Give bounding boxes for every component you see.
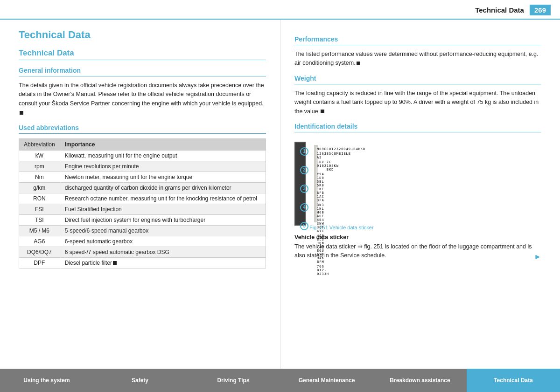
abbrev-cell: Nm xyxy=(19,172,60,182)
table-row: M5 / M65-speed/6-speed manual gearbox xyxy=(19,225,266,236)
sticker-label-5: 5 xyxy=(300,222,308,230)
section-title-technical-data: Technical Data xyxy=(19,48,266,60)
footer-nav-safety[interactable]: Safety xyxy=(93,369,187,392)
abbrev-cell: TSI xyxy=(19,214,60,225)
left-column: Technical Data Technical Data General in… xyxy=(19,20,280,369)
vehicle-data-sticker-title: Vehicle data sticker xyxy=(294,234,541,241)
footer-nav-using-system[interactable]: Using the system xyxy=(0,369,93,392)
sticker-options-1: Y9A 1D0 5BL 5R0 1KF 6FB 1AC 3FA xyxy=(317,172,324,202)
sticker-options-3: 4A0 8L3 JDN 7AA 8GU 6Y0 9AK BFM xyxy=(317,234,324,264)
abbrev-cell: rpm xyxy=(19,161,60,172)
sticker-code-row-2: 126385 A5 COMBI ELE xyxy=(316,151,318,160)
col-header-abbreviation: Abbreviation xyxy=(19,138,60,150)
abbreviations-table: Abbreviation Importance kWKilowatt, meas… xyxy=(19,138,266,268)
abbrev-cell: AG6 xyxy=(19,236,60,247)
sticker-code-row-1: MB9EE0123200491B4 BKD xyxy=(316,147,318,151)
meaning-cell: Diesel particle filter xyxy=(60,257,266,268)
table-row: NmNewton meter, measuring unit for the e… xyxy=(19,172,266,182)
sticker-number-labels: 1 2 3 4 5 xyxy=(300,147,308,230)
sticker-label-2: 2 xyxy=(300,166,308,174)
sticker-code-row-6: 4A0 8L3 JDN 7AA 8GU 6Y0 9AK BFM xyxy=(316,234,318,264)
meaning-cell: Newton meter, measuring unit for the eng… xyxy=(60,172,266,182)
meaning-cell: discharged quantity of carbon dioxide in… xyxy=(60,182,266,193)
stop-symbol-4 xyxy=(113,261,117,265)
general-info-body: The details given in the official vehicl… xyxy=(19,81,266,117)
identification-title: Identification details xyxy=(294,123,541,132)
col-header-importance: Importance xyxy=(60,138,266,150)
sticker-options-2: 3N3 1NL H6B 4UF 4B4 3NW 3QT 4Y1 xyxy=(317,203,324,233)
abbrev-cell: g/km xyxy=(19,182,60,193)
right-column: Performances The listed performance valu… xyxy=(280,20,541,369)
stop-symbol xyxy=(20,111,23,115)
table-row: DPFDiesel particle filter xyxy=(19,257,266,268)
sticker-engine-code: 1DV 9102 xyxy=(317,160,327,172)
stop-symbol-3 xyxy=(321,110,324,113)
header-title: Technical Data xyxy=(475,6,524,14)
abbrev-cell: DQ6/DQ7 xyxy=(19,247,60,257)
table-row: kWKilowatt, measuring unit for the engin… xyxy=(19,150,266,161)
weight-title: Weight xyxy=(294,75,541,84)
sticker-label-1: 1 xyxy=(300,147,308,156)
stop-symbol-2 xyxy=(357,62,360,65)
meaning-cell: Fuel Stratified Injection xyxy=(60,204,266,214)
sticker-model-code: 126385 A5 xyxy=(317,152,331,159)
sticker-label-3: 3 xyxy=(300,185,308,193)
meaning-cell: 6-speed automatic gearbox xyxy=(60,236,266,247)
vehicle-data-body: The vehicle data sticker ⇒ fig. 251 is l… xyxy=(294,242,541,261)
table-row: AG66-speed automatic gearbox xyxy=(19,236,266,247)
footer-nav: Using the system Safety Driving Tips Gen… xyxy=(0,369,560,392)
sticker-code-text-2: BKD xyxy=(358,147,366,151)
footer-nav-driving-tips[interactable]: Driving Tips xyxy=(187,369,280,392)
footer-nav-general-maintenance[interactable]: General Maintenance xyxy=(280,369,373,392)
meaning-cell: Kilowatt, measuring unit for the engine … xyxy=(60,150,266,161)
sticker-code-row-4: Y9A 1D0 5BL 5R0 1KF 6FB 1AC 3FA xyxy=(316,172,318,203)
sticker-combi: COMBI xyxy=(331,152,343,159)
meaning-cell: Research octane number, measuring unit f… xyxy=(60,193,266,204)
meaning-cell: 6 speed-/7 speed automatic gearbox DSG xyxy=(60,247,266,257)
meaning-cell: 5-speed/6-speed manual gearbox xyxy=(60,225,266,236)
page-number: 269 xyxy=(530,5,551,15)
sticker-code-row-3: 1DV 9102 ZC 103KW BKD xyxy=(316,160,318,172)
main-content: Technical Data Technical Data General in… xyxy=(0,20,560,369)
table-row: g/kmdischarged quantity of carbon dioxid… xyxy=(19,182,266,193)
performances-body: The listed performance values were deter… xyxy=(294,50,541,68)
footer-nav-breakdown[interactable]: Breakdown assistance xyxy=(373,369,467,392)
abbrev-cell: M5 / M6 xyxy=(19,225,60,236)
table-row: TSIDirect fuel injection system for engi… xyxy=(19,214,266,225)
sticker-ele: ELE xyxy=(343,152,351,159)
sticker-label-4: 4 xyxy=(300,203,308,212)
table-row: rpmEngine revolutions per minute xyxy=(19,161,266,172)
header-bar: Technical Data 269 xyxy=(0,0,560,20)
footer-nav-technical-data[interactable]: Technical Data xyxy=(467,369,560,392)
sticker-container: 1 2 3 4 5 xyxy=(294,142,306,226)
table-row: FSIFuel Stratified Injection xyxy=(19,204,266,214)
meaning-cell: Direct fuel injection system for engines… xyxy=(60,214,266,225)
abbrev-cell: kW xyxy=(19,150,60,161)
sticker-engine-code-2: ZC 103KW BKD xyxy=(327,160,339,172)
arrow-right-icon: ► xyxy=(534,251,541,263)
sticker-options-4: 7GG B1Z-0233H xyxy=(317,265,329,276)
sticker-figure-area: 1 2 3 4 5 xyxy=(294,137,541,230)
abbrev-cell: DPF xyxy=(19,257,60,268)
abbreviations-title: Used abbreviations xyxy=(19,124,266,134)
sticker-code-row-5: 3N3 1NL H6B 4UF 4B4 3NW 3QT 4Y1 xyxy=(316,203,318,234)
performances-title: Performances xyxy=(294,35,541,45)
page-main-title: Technical Data xyxy=(19,29,266,41)
sticker-content: MB9EE0123200491B4 BKD 126385 A5 COMBI EL… xyxy=(314,145,318,222)
sticker-code-row-7: 7GG B1Z-0233H xyxy=(316,264,318,276)
meaning-cell: Engine revolutions per minute xyxy=(60,161,266,172)
abbrev-cell: FSI xyxy=(19,204,60,214)
abbrev-cell: RON xyxy=(19,193,60,204)
general-info-title: General information xyxy=(19,67,266,76)
weight-body: The loading capacity is reduced in line … xyxy=(294,89,541,116)
table-row: DQ6/DQ76 speed-/7 speed automatic gearbo… xyxy=(19,247,266,257)
table-row: RONResearch octane number, measuring uni… xyxy=(19,193,266,204)
sticker-code-text-1: MB9EE0123200491B4 xyxy=(317,147,358,151)
